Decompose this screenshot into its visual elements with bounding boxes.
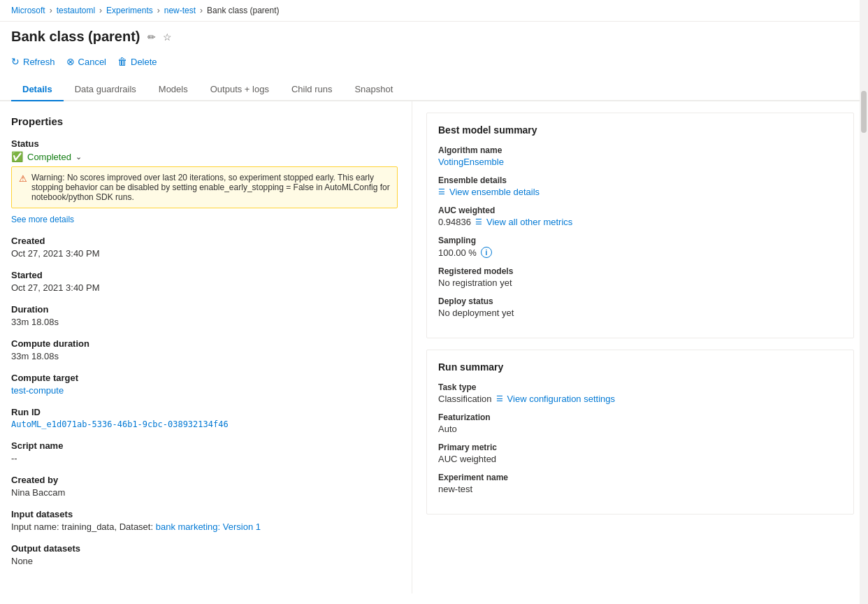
properties-panel: Properties Status ✅ Completed ⌄ ⚠ Warnin… bbox=[0, 101, 412, 594]
featurization-row: Featurization Auto bbox=[438, 412, 842, 434]
algorithm-name-link[interactable]: VotingEnsemble bbox=[438, 157, 504, 167]
output-datasets-group: Output datasets None bbox=[11, 543, 398, 566]
best-model-title: Best model summary bbox=[438, 124, 842, 136]
tab-snapshot[interactable]: Snapshot bbox=[343, 78, 404, 101]
created-by-value: Nina Baccam bbox=[11, 487, 398, 498]
breadcrumb: Microsoft › testautoml › Experiments › n… bbox=[0, 0, 868, 22]
main-content: Properties Status ✅ Completed ⌄ ⚠ Warnin… bbox=[0, 101, 868, 594]
view-config-link[interactable]: View configuration settings bbox=[507, 394, 615, 404]
star-icon[interactable]: ☆ bbox=[163, 31, 172, 43]
see-more-link[interactable]: See more details bbox=[11, 215, 74, 224]
duration-group: Duration 33m 18.08s bbox=[11, 304, 398, 327]
duration-label: Duration bbox=[11, 304, 398, 315]
ensemble-details-row: Ensemble details ☰ View ensemble details bbox=[438, 175, 842, 197]
scrollbar-thumb[interactable] bbox=[861, 91, 867, 133]
tab-outputs-logs[interactable]: Outputs + logs bbox=[199, 78, 280, 101]
started-group: Started Oct 27, 2021 3:40 PM bbox=[11, 270, 398, 293]
ensemble-details-value: ☰ View ensemble details bbox=[438, 187, 842, 197]
warning-icon: ⚠ bbox=[19, 173, 27, 202]
sampling-number: 100.00 % bbox=[438, 247, 477, 258]
edit-icon[interactable]: ✏ bbox=[147, 31, 156, 43]
auc-weighted-value: 0.94836 ☰ View all other metrics bbox=[438, 217, 842, 227]
sampling-label: Sampling bbox=[438, 236, 842, 245]
scrollbar-track bbox=[860, 0, 868, 594]
deploy-status-value: No deployment yet bbox=[438, 308, 842, 318]
ensemble-details-label: Ensemble details bbox=[438, 175, 842, 185]
input-prefix: Input name: training_data, Dataset: bbox=[11, 522, 156, 532]
algorithm-name-value: VotingEnsemble bbox=[438, 157, 842, 167]
algorithm-name-row: Algorithm name VotingEnsemble bbox=[438, 145, 842, 167]
run-id-label: Run ID bbox=[11, 407, 398, 417]
toolbar: ↻ Refresh ⊗ Cancel 🗑 Delete bbox=[0, 49, 868, 70]
view-all-metrics-link[interactable]: View all other metrics bbox=[486, 217, 572, 227]
run-summary-card: Run summary Task type Classification ☰ V… bbox=[426, 350, 854, 515]
warning-box: ⚠ Warning: No scores improved over last … bbox=[11, 166, 398, 208]
created-group: Created Oct 27, 2021 3:40 PM bbox=[11, 236, 398, 259]
config-icon: ☰ bbox=[496, 394, 503, 403]
algorithm-name-label: Algorithm name bbox=[438, 145, 842, 155]
sampling-value: 100.00 % i bbox=[438, 247, 842, 258]
properties-title: Properties bbox=[11, 115, 398, 127]
page-title-bar: Bank class (parent) ✏ ☆ bbox=[0, 22, 868, 49]
breadcrumb-testautoml[interactable]: testautoml bbox=[57, 6, 95, 15]
input-datasets-group: Input datasets Input name: training_data… bbox=[11, 509, 398, 532]
deploy-status-row: Deploy status No deployment yet bbox=[438, 296, 842, 318]
refresh-button[interactable]: ↻ Refresh bbox=[11, 53, 55, 70]
breadcrumb-microsoft[interactable]: Microsoft bbox=[11, 6, 45, 15]
delete-icon: 🗑 bbox=[117, 56, 127, 67]
page-title: Bank class (parent) bbox=[11, 29, 140, 45]
registered-models-label: Registered models bbox=[438, 266, 842, 276]
breadcrumb-new-test[interactable]: new-test bbox=[164, 6, 196, 15]
featurization-label: Featurization bbox=[438, 412, 842, 422]
compute-duration-group: Compute duration 33m 18.08s bbox=[11, 338, 398, 361]
status-group: Status ✅ Completed ⌄ ⚠ Warning: No score… bbox=[11, 138, 398, 224]
sampling-row: Sampling 100.00 % i bbox=[438, 236, 842, 258]
auc-weighted-label: AUC weighted bbox=[438, 206, 842, 215]
deploy-status-label: Deploy status bbox=[438, 296, 842, 306]
tabs: Details Data guardrails Models Outputs +… bbox=[0, 73, 868, 101]
created-value: Oct 27, 2021 3:40 PM bbox=[11, 248, 398, 259]
cancel-icon: ⊗ bbox=[66, 56, 75, 67]
status-check-icon: ✅ bbox=[11, 151, 23, 162]
sampling-info-icon[interactable]: i bbox=[481, 247, 492, 258]
compute-target-group: Compute target test-compute bbox=[11, 373, 398, 396]
cancel-button[interactable]: ⊗ Cancel bbox=[66, 53, 106, 70]
created-by-label: Created by bbox=[11, 475, 398, 485]
task-type-value: Classification ☰ View configuration sett… bbox=[438, 394, 842, 404]
created-by-group: Created by Nina Baccam bbox=[11, 475, 398, 498]
script-name-group: Script name -- bbox=[11, 440, 398, 463]
output-datasets-value: None bbox=[11, 556, 398, 566]
registered-models-value: No registration yet bbox=[438, 278, 842, 288]
task-type-row: Task type Classification ☰ View configur… bbox=[438, 382, 842, 404]
refresh-icon: ↻ bbox=[11, 56, 20, 67]
primary-metric-label: Primary metric bbox=[438, 443, 842, 452]
primary-metric-value: AUC weighted bbox=[438, 454, 842, 464]
script-name-label: Script name bbox=[11, 440, 398, 451]
created-label: Created bbox=[11, 236, 398, 246]
breadcrumb-current: Bank class (parent) bbox=[207, 6, 279, 15]
compute-target-value[interactable]: test-compute bbox=[11, 385, 64, 396]
auc-number: 0.94836 bbox=[438, 217, 471, 227]
compute-target-label: Compute target bbox=[11, 373, 398, 383]
experiment-name-label: Experiment name bbox=[438, 473, 842, 482]
task-type-text: Classification bbox=[438, 394, 492, 404]
tab-models[interactable]: Models bbox=[147, 78, 199, 101]
status-value: Completed bbox=[27, 152, 71, 162]
featurization-value: Auto bbox=[438, 424, 842, 434]
tab-data-guardrails[interactable]: Data guardrails bbox=[64, 78, 147, 101]
run-id-group: Run ID AutoML_e1d071ab-5336-46b1-9cbc-03… bbox=[11, 407, 398, 429]
experiment-name-value: new-test bbox=[438, 484, 842, 494]
ensemble-details-link[interactable]: View ensemble details bbox=[449, 187, 540, 197]
tab-child-runs[interactable]: Child runs bbox=[280, 78, 344, 101]
breadcrumb-experiments[interactable]: Experiments bbox=[106, 6, 153, 15]
tab-details[interactable]: Details bbox=[11, 78, 64, 101]
right-panel: Best model summary Algorithm name Voting… bbox=[412, 101, 868, 594]
delete-button[interactable]: 🗑 Delete bbox=[117, 53, 157, 70]
started-value: Oct 27, 2021 3:40 PM bbox=[11, 282, 398, 293]
task-type-label: Task type bbox=[438, 382, 842, 392]
input-dataset-link[interactable]: bank marketing: Version 1 bbox=[156, 522, 261, 532]
status-label: Status bbox=[11, 138, 398, 149]
input-datasets-value: Input name: training_data, Dataset: bank… bbox=[11, 522, 398, 532]
status-dropdown-icon[interactable]: ⌄ bbox=[75, 152, 82, 161]
status-row: ✅ Completed ⌄ bbox=[11, 151, 398, 162]
